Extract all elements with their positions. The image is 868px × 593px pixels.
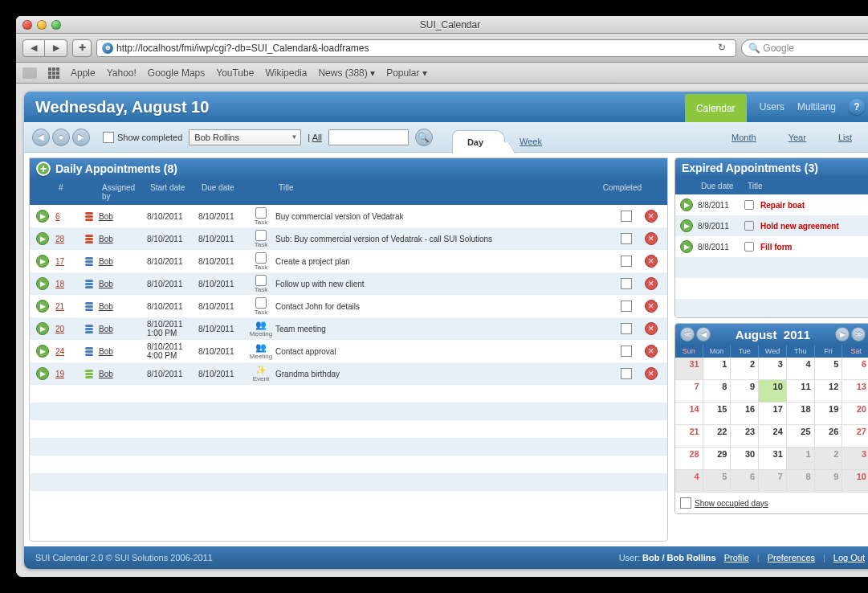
cal-cell[interactable]: 9 bbox=[731, 380, 759, 403]
row-number[interactable]: 18 bbox=[55, 280, 79, 288]
cal-cell[interactable]: 5 bbox=[703, 470, 731, 493]
cal-cell[interactable]: 27 bbox=[842, 425, 868, 448]
cal-prev-year[interactable]: ≪ bbox=[680, 327, 695, 341]
cal-cell[interactable]: 31 bbox=[675, 358, 703, 380]
search-input[interactable] bbox=[328, 129, 409, 145]
cal-cell[interactable]: 15 bbox=[703, 403, 731, 425]
cal-cell[interactable]: 8 bbox=[703, 380, 731, 403]
cal-cell[interactable]: 9 bbox=[815, 470, 843, 493]
open-row-button[interactable]: ▶ bbox=[680, 240, 693, 253]
assigned-by[interactable]: Bob bbox=[99, 212, 147, 221]
assigned-by[interactable]: Bob bbox=[99, 235, 147, 243]
open-row-button[interactable]: ▶ bbox=[36, 322, 49, 335]
delete-button[interactable]: ✕ bbox=[645, 322, 658, 335]
delete-button[interactable]: ✕ bbox=[645, 345, 658, 358]
show-occupied-link[interactable]: Show occupied days bbox=[695, 499, 768, 508]
cal-cell[interactable]: 18 bbox=[787, 403, 815, 425]
assigned-by[interactable]: Bob bbox=[99, 280, 147, 288]
row-number[interactable]: 19 bbox=[55, 370, 79, 378]
back-button[interactable]: ◀ bbox=[22, 39, 45, 57]
nav-users[interactable]: Users bbox=[760, 101, 784, 112]
grid-icon[interactable] bbox=[48, 67, 59, 79]
delete-button[interactable]: ✕ bbox=[645, 255, 658, 268]
assigned-by[interactable]: Bob bbox=[99, 302, 147, 311]
assigned-by[interactable]: Bob bbox=[99, 257, 147, 266]
tab-month[interactable]: Month bbox=[731, 126, 756, 149]
today-button[interactable]: ● bbox=[52, 129, 70, 146]
tab-week[interactable]: Week bbox=[505, 130, 563, 153]
cal-next-month[interactable]: ▶ bbox=[835, 327, 850, 341]
delete-button[interactable]: ✕ bbox=[645, 277, 658, 290]
cal-prev-month[interactable]: ◀ bbox=[696, 327, 711, 341]
cal-cell[interactable]: 23 bbox=[731, 425, 759, 448]
delete-button[interactable]: ✕ bbox=[645, 210, 658, 223]
url-bar[interactable]: ⊕ http://localhost/fmi/iwp/cgi?-db=SUI_C… bbox=[96, 39, 736, 57]
all-link[interactable]: All bbox=[312, 133, 322, 142]
cal-next-year[interactable]: ≫ bbox=[851, 327, 866, 341]
row-number[interactable]: 28 bbox=[55, 235, 79, 243]
completed-checkbox[interactable] bbox=[621, 323, 632, 334]
prev-button[interactable]: ◀ bbox=[32, 129, 50, 146]
cal-cell[interactable]: 11 bbox=[787, 380, 815, 403]
completed-checkbox[interactable] bbox=[621, 346, 632, 357]
open-row-button[interactable]: ▶ bbox=[36, 277, 49, 290]
search-button[interactable]: 🔍 bbox=[415, 129, 433, 146]
cal-cell[interactable]: 3 bbox=[759, 358, 787, 380]
show-completed[interactable]: Show completed bbox=[103, 132, 182, 143]
cal-cell[interactable]: 12 bbox=[815, 380, 843, 403]
cal-cell[interactable]: 7 bbox=[759, 470, 787, 493]
cal-cell[interactable]: 24 bbox=[759, 425, 787, 448]
row-number[interactable]: 6 bbox=[55, 212, 79, 221]
cal-cell[interactable]: 14 bbox=[675, 403, 703, 425]
cal-cell[interactable]: 5 bbox=[815, 358, 843, 380]
browser-search[interactable]: 🔍 Google bbox=[741, 39, 868, 57]
cal-cell[interactable]: 22 bbox=[703, 425, 731, 448]
open-row-button[interactable]: ▶ bbox=[36, 345, 49, 358]
cal-cell[interactable]: 2 bbox=[731, 358, 759, 380]
cal-cell[interactable]: 16 bbox=[731, 403, 759, 425]
assigned-by[interactable]: Bob bbox=[99, 370, 147, 378]
bookmark-item[interactable]: Apple bbox=[71, 67, 96, 79]
cal-cell[interactable]: 3 bbox=[842, 448, 868, 470]
bookmark-item[interactable]: Yahoo! bbox=[107, 67, 137, 79]
cal-cell[interactable]: 19 bbox=[815, 403, 843, 425]
open-row-button[interactable]: ▶ bbox=[36, 232, 49, 245]
assigned-by[interactable]: Bob bbox=[99, 347, 147, 356]
cal-cell[interactable]: 10 bbox=[759, 380, 787, 403]
delete-button[interactable]: ✕ bbox=[645, 367, 658, 380]
bookmark-item[interactable]: YouTube bbox=[216, 67, 254, 79]
add-bookmark-button[interactable]: ✚ bbox=[72, 39, 92, 57]
open-row-button[interactable]: ▶ bbox=[36, 367, 49, 380]
cal-cell[interactable]: 8 bbox=[787, 470, 815, 493]
bookmark-item[interactable]: Google Maps bbox=[148, 67, 205, 79]
row-number[interactable]: 21 bbox=[55, 302, 79, 311]
checkbox-icon[interactable] bbox=[103, 132, 114, 143]
tab-list[interactable]: List bbox=[838, 126, 852, 149]
reload-icon[interactable]: ↻ bbox=[718, 42, 731, 55]
next-button[interactable]: ▶ bbox=[72, 129, 90, 146]
cal-cell[interactable]: 13 bbox=[842, 380, 868, 403]
help-button[interactable]: ? bbox=[849, 99, 865, 115]
assigned-by[interactable]: Bob bbox=[99, 325, 147, 333]
completed-checkbox[interactable] bbox=[621, 211, 632, 222]
logout-link[interactable]: Log Out bbox=[833, 553, 865, 562]
completed-checkbox[interactable] bbox=[621, 301, 632, 312]
bookmark-item[interactable]: Wikipedia bbox=[265, 67, 307, 79]
add-appointment-button[interactable]: + bbox=[36, 162, 51, 176]
tab-year[interactable]: Year bbox=[789, 126, 806, 149]
completed-checkbox[interactable] bbox=[621, 233, 632, 244]
cal-cell[interactable]: 1 bbox=[787, 448, 815, 470]
tab-day[interactable]: Day bbox=[452, 130, 505, 153]
cal-cell[interactable]: 17 bbox=[759, 403, 787, 425]
forward-button[interactable]: ▶ bbox=[45, 39, 67, 57]
cal-cell[interactable]: 28 bbox=[675, 448, 703, 470]
nav-multilang[interactable]: Multilang bbox=[797, 101, 836, 112]
cal-cell[interactable]: 4 bbox=[787, 358, 815, 380]
open-row-button[interactable]: ▶ bbox=[680, 219, 693, 232]
completed-checkbox[interactable] bbox=[621, 278, 632, 289]
nav-calendar[interactable]: Calendar bbox=[685, 94, 747, 123]
completed-checkbox[interactable] bbox=[621, 368, 632, 379]
completed-checkbox[interactable] bbox=[621, 256, 632, 267]
delete-button[interactable]: ✕ bbox=[645, 300, 658, 313]
delete-button[interactable]: ✕ bbox=[645, 232, 658, 245]
